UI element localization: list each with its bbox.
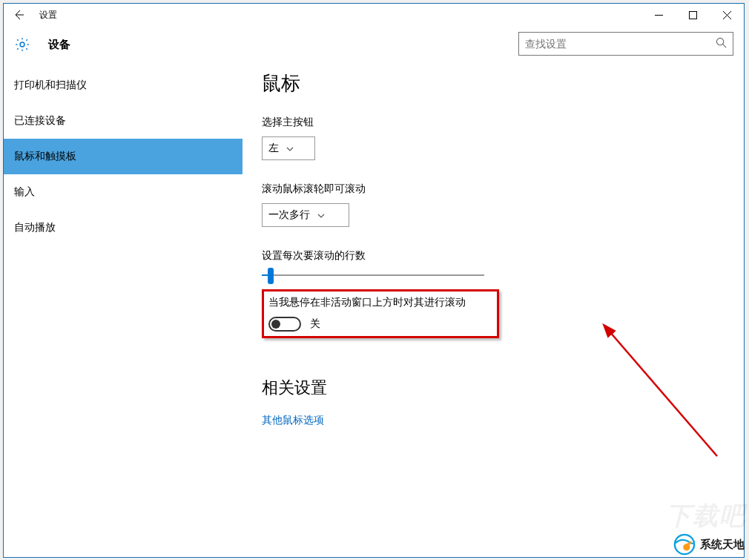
select-value: 一次多行 [268, 208, 310, 222]
sidebar-item-label: 打印机和扫描仪 [14, 79, 87, 92]
main-content: 鼠标 选择主按钮 左 滚动鼠标滚轮即可滚动 一次多行 [242, 63, 744, 557]
category-title: 设备 [48, 38, 70, 52]
titlebar: 设置 [4, 4, 744, 26]
scroll-mode-setting: 滚动鼠标滚轮即可滚动 一次多行 [262, 182, 744, 227]
setting-label: 当我悬停在非活动窗口上方时对其进行滚动 [268, 296, 491, 309]
setting-label: 选择主按钮 [262, 116, 744, 129]
toggle-state-text: 关 [310, 317, 320, 331]
back-button[interactable] [4, 4, 33, 26]
maximize-icon [689, 11, 697, 19]
svg-line-4 [723, 45, 726, 47]
toggle-knob [271, 320, 280, 329]
gear-icon [14, 36, 30, 53]
primary-button-select[interactable]: 左 [262, 136, 315, 160]
arrow-left-icon [13, 9, 24, 21]
svg-point-3 [716, 38, 723, 45]
slider-thumb[interactable] [268, 268, 274, 284]
minimize-button[interactable] [641, 4, 676, 26]
hover-scroll-toggle[interactable] [268, 317, 301, 332]
primary-button-setting: 选择主按钮 左 [262, 116, 744, 160]
annotation-highlight: 当我悬停在非活动窗口上方时对其进行滚动 关 [262, 289, 499, 338]
search-input[interactable] [525, 38, 716, 50]
window-controls [641, 4, 744, 26]
search-box[interactable] [518, 32, 733, 56]
body: 打印机和扫描仪 已连接设备 鼠标和触摸板 输入 自动播放 鼠标 选择主按钮 左 … [4, 63, 744, 557]
close-icon [723, 11, 731, 19]
setting-label: 设置每次要滚动的行数 [262, 249, 744, 263]
scroll-mode-select[interactable]: 一次多行 [262, 203, 349, 227]
chevron-down-icon [286, 145, 294, 153]
related-settings-heading: 相关设置 [262, 377, 744, 399]
sidebar-item-label: 已连接设备 [14, 114, 66, 128]
sidebar-item-label: 自动播放 [14, 221, 56, 234]
svg-rect-1 [689, 11, 696, 19]
minimize-icon [655, 11, 663, 19]
close-button[interactable] [710, 4, 744, 26]
sidebar-item-typing[interactable]: 输入 [4, 174, 242, 210]
sidebar-item-label: 鼠标和触摸板 [14, 150, 76, 163]
header: 设备 [4, 26, 744, 63]
hover-scroll-toggle-row: 关 [268, 317, 491, 332]
svg-point-2 [20, 42, 24, 47]
window-title: 设置 [39, 9, 57, 22]
sidebar-item-connected-devices[interactable]: 已连接设备 [4, 103, 242, 139]
page-title: 鼠标 [262, 70, 744, 96]
other-mouse-options-link[interactable]: 其他鼠标选项 [262, 414, 744, 427]
sidebar-item-mouse-touchpad[interactable]: 鼠标和触摸板 [4, 139, 242, 174]
chevron-down-icon [317, 211, 325, 220]
sidebar-item-autoplay[interactable]: 自动播放 [4, 210, 242, 246]
search-icon [716, 37, 727, 50]
select-value: 左 [268, 142, 279, 155]
sidebar: 打印机和扫描仪 已连接设备 鼠标和触摸板 输入 自动播放 [4, 63, 242, 557]
maximize-button[interactable] [676, 4, 710, 26]
lines-per-scroll-setting: 设置每次要滚动的行数 [262, 249, 744, 276]
sidebar-item-label: 输入 [14, 185, 35, 199]
settings-window: 设置 设备 [3, 3, 745, 558]
setting-label: 滚动鼠标滚轮即可滚动 [262, 182, 744, 196]
sidebar-item-printers[interactable]: 打印机和扫描仪 [4, 67, 242, 103]
lines-slider[interactable] [262, 274, 484, 276]
